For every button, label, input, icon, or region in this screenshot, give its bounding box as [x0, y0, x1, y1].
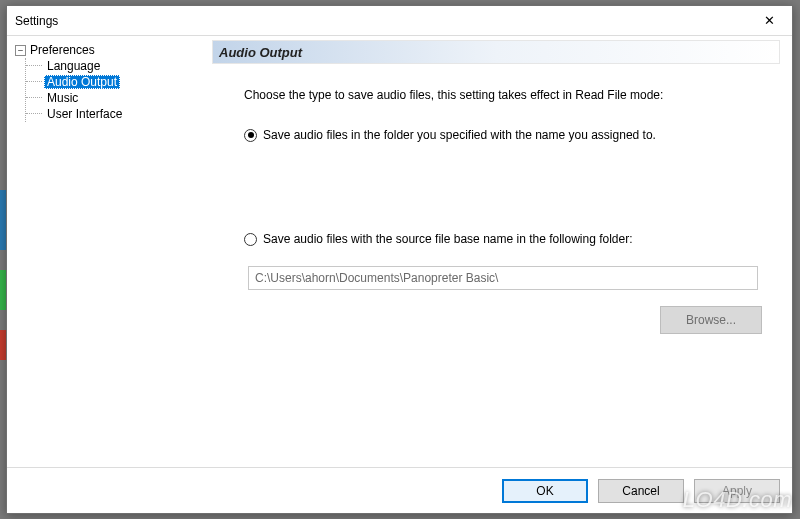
tree-item-music[interactable]: Music	[26, 90, 200, 106]
tree-item-audio-output[interactable]: Audio Output	[26, 74, 200, 90]
browse-button: Browse...	[660, 306, 762, 334]
ok-button[interactable]: OK	[502, 479, 588, 503]
radio-icon[interactable]	[244, 233, 257, 246]
close-button[interactable]: ✕	[747, 6, 792, 35]
folder-path-input[interactable]	[248, 266, 758, 290]
tree-item-label: Audio Output	[44, 75, 120, 89]
radio-option-2[interactable]: Save audio files with the source file ba…	[244, 232, 762, 246]
tree-children: Language Audio Output Music User Interfa…	[25, 58, 200, 122]
titlebar[interactable]: Settings ✕	[7, 6, 792, 36]
radio-option-1[interactable]: Save audio files in the folder you speci…	[244, 128, 762, 142]
window-title: Settings	[15, 14, 747, 28]
window-body: − Preferences Language Audio Output Musi…	[7, 36, 792, 467]
tree-item-language[interactable]: Language	[26, 58, 200, 74]
tree-root-preferences[interactable]: − Preferences	[15, 42, 200, 58]
tree-item-label: Language	[44, 59, 103, 73]
section-heading: Audio Output	[212, 40, 780, 64]
spacer	[244, 152, 762, 232]
intro-text: Choose the type to save audio files, thi…	[244, 88, 762, 102]
dialog-footer: OK Cancel Apply	[7, 467, 792, 513]
cancel-button[interactable]: Cancel	[598, 479, 684, 503]
tree-item-user-interface[interactable]: User Interface	[26, 106, 200, 122]
navigation-tree: − Preferences Language Audio Output Musi…	[7, 36, 204, 467]
settings-window: Settings ✕ − Preferences Language Audio …	[6, 5, 793, 514]
radio-icon[interactable]	[244, 129, 257, 142]
section-body: Choose the type to save audio files, thi…	[212, 64, 780, 463]
radio-label: Save audio files with the source file ba…	[263, 232, 633, 246]
tree-item-label: User Interface	[44, 107, 125, 121]
browse-row: Browse...	[248, 306, 762, 334]
tree-item-label: Music	[44, 91, 81, 105]
apply-button: Apply	[694, 479, 780, 503]
collapse-icon[interactable]: −	[15, 45, 26, 56]
content-pane: Audio Output Choose the type to save aud…	[204, 36, 792, 467]
radio-label: Save audio files in the folder you speci…	[263, 128, 656, 142]
close-icon: ✕	[764, 13, 775, 28]
tree-root-label: Preferences	[30, 43, 95, 57]
